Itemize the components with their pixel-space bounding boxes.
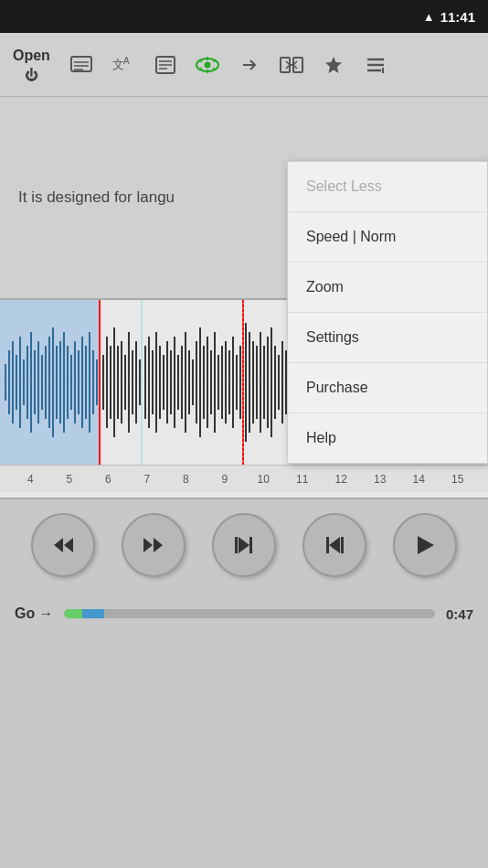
go-label: Go → — [15, 605, 53, 622]
progress-green — [64, 609, 82, 618]
time-ruler: 4 5 6 7 8 9 10 11 12 13 14 15 — [0, 465, 488, 492]
skip-start-icon — [231, 532, 257, 558]
svg-rect-20 — [293, 58, 302, 72]
svg-marker-22 — [325, 57, 342, 73]
ruler-mark-12: 12 — [322, 473, 361, 486]
fast-forward-icon — [141, 532, 166, 558]
svg-marker-163 — [154, 538, 163, 552]
ruler-mark-10: 10 — [244, 473, 283, 486]
forward-arrow-icon[interactable] — [233, 48, 266, 81]
menu-item-settings[interactable]: Settings — [288, 313, 487, 363]
main-text: It is designed for langu — [18, 188, 175, 207]
menu-item-help[interactable]: Help — [288, 413, 487, 463]
subtitle-icon[interactable] — [65, 48, 98, 81]
svg-marker-170 — [418, 536, 434, 554]
svg-rect-165 — [249, 537, 252, 553]
text-icon[interactable] — [149, 48, 182, 81]
progress-area: Go → 0:47 — [0, 591, 488, 637]
status-icons: ▲ 11:41 — [423, 9, 475, 25]
svg-marker-166 — [239, 537, 249, 553]
box-arrow-icon[interactable] — [275, 48, 308, 81]
ruler-mark-15: 15 — [439, 473, 478, 486]
menu-item-zoom[interactable]: Zoom — [288, 263, 487, 313]
menu-item-speed-norm[interactable]: Speed | Norm — [288, 212, 487, 263]
ruler-mark-8: 8 — [166, 473, 206, 486]
transport-controls — [0, 499, 488, 591]
open-button[interactable]: Open ⏻ — [7, 44, 56, 86]
dropdown-menu: Select Less Speed | Norm Zoom Settings P… — [287, 161, 488, 464]
ruler-mark-5: 5 — [50, 473, 90, 486]
ruler-mark-9: 9 — [206, 473, 245, 486]
svg-marker-162 — [143, 538, 153, 552]
svg-rect-167 — [341, 537, 344, 553]
wifi-icon: ▲ — [423, 10, 435, 24]
ruler-mark-4: 4 — [11, 473, 50, 486]
translate-icon[interactable]: 文 A — [107, 48, 140, 81]
rewind-button[interactable] — [31, 513, 95, 577]
ruler-mark-11: 11 — [283, 473, 323, 486]
play-icon — [412, 532, 438, 558]
menu-item-select-less: Select Less — [288, 162, 487, 212]
svg-rect-164 — [235, 537, 238, 553]
skip-end-icon — [322, 532, 347, 558]
progress-blue — [82, 609, 104, 618]
rewind-icon — [50, 532, 76, 558]
skip-to-end-button[interactable] — [302, 513, 366, 577]
svg-point-11 — [204, 61, 210, 68]
ruler-mark-14: 14 — [399, 473, 439, 486]
ruler-mark-13: 13 — [361, 473, 400, 486]
svg-marker-160 — [54, 538, 63, 552]
menu-item-purchase[interactable]: Purchase — [288, 363, 487, 413]
fast-forward-button[interactable] — [122, 513, 186, 577]
svg-rect-19 — [281, 58, 290, 72]
ruler-mark-6: 6 — [89, 473, 128, 486]
status-bar: ▲ 11:41 — [0, 0, 488, 33]
overflow-menu-icon[interactable] — [359, 48, 392, 81]
svg-rect-168 — [326, 537, 329, 553]
progress-track[interactable] — [64, 609, 435, 618]
svg-marker-161 — [64, 538, 73, 552]
eye-icon[interactable] — [191, 48, 224, 81]
svg-marker-169 — [329, 537, 340, 553]
status-time: 11:41 — [440, 9, 475, 25]
power-icon: ⏻ — [25, 68, 37, 82]
open-label: Open — [13, 48, 50, 64]
marker-line — [242, 300, 244, 465]
toolbar: Open ⏻ 文 A — [0, 33, 488, 97]
star-icon[interactable] — [317, 48, 350, 81]
skip-to-start-button[interactable] — [212, 513, 276, 577]
play-button[interactable] — [393, 513, 457, 577]
ruler-mark-7: 7 — [128, 473, 167, 486]
go-arrow-icon: → — [38, 605, 53, 622]
playhead-line — [99, 300, 101, 465]
svg-text:A: A — [123, 56, 130, 66]
progress-time: 0:47 — [446, 606, 473, 622]
ruler-marks: 4 5 6 7 8 9 10 11 12 13 14 15 — [0, 473, 488, 486]
